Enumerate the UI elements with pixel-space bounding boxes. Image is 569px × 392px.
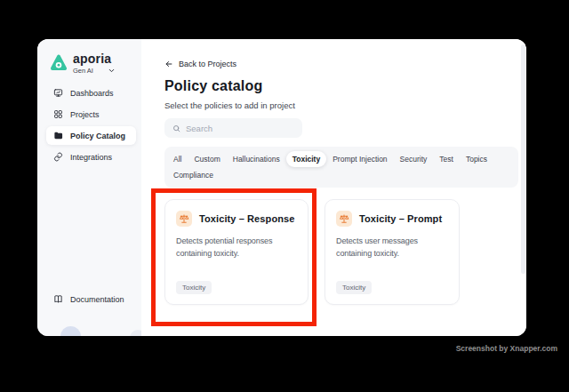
sidebar: aporia Gen AI Dashboards xyxy=(37,39,141,336)
page-title: Policy catalog xyxy=(164,78,262,94)
tab-test[interactable]: Test xyxy=(433,151,460,167)
search-icon xyxy=(172,124,180,132)
sidebar-item-label: Documentation xyxy=(70,295,124,304)
integrations-icon xyxy=(53,152,63,162)
sidebar-item-label: Policy Catalog xyxy=(70,132,125,140)
highlight-rectangle xyxy=(151,188,317,326)
sidebar-footer: Documentation xyxy=(37,290,141,311)
tab-custom[interactable]: Custom xyxy=(188,151,226,167)
tab-all[interactable]: All xyxy=(167,151,188,167)
sidebar-item-integrations[interactable]: Integrations xyxy=(46,148,136,166)
policy-catalog-icon xyxy=(53,131,63,140)
sidebar-nav: Dashboards Projects Policy Catalog xyxy=(37,84,141,169)
search-input[interactable] xyxy=(186,124,294,133)
workspace-label: Gen AI xyxy=(73,67,93,75)
sidebar-item-documentation[interactable]: Documentation xyxy=(46,290,136,308)
scrollbar[interactable] xyxy=(521,44,525,274)
sidebar-item-dashboards[interactable]: Dashboards xyxy=(46,84,136,102)
tab-compliance[interactable]: Compliance xyxy=(167,167,220,183)
tab-hallucinations[interactable]: Hallucinations xyxy=(227,151,286,167)
sidebar-item-label: Dashboards xyxy=(70,89,114,98)
card-tag: Toxicity xyxy=(336,281,372,294)
back-to-projects-link[interactable]: Back to Projects xyxy=(164,60,236,68)
documentation-icon xyxy=(53,294,63,304)
screenshot-canvas: aporia Gen AI Dashboards xyxy=(0,0,569,392)
tab-topics[interactable]: Topics xyxy=(460,151,493,167)
tab-prompt-injection[interactable]: Prompt Injection xyxy=(326,151,393,167)
dashboards-icon xyxy=(53,88,63,98)
projects-icon xyxy=(53,109,63,119)
sidebar-item-projects[interactable]: Projects xyxy=(46,105,136,124)
back-link-label: Back to Projects xyxy=(179,60,236,68)
sidebar-item-policy-catalog[interactable]: Policy Catalog xyxy=(46,126,136,145)
policy-card-toxicity-prompt[interactable]: Toxicity – Prompt Detects user messages … xyxy=(325,199,460,305)
card-title: Toxicity – Prompt xyxy=(359,213,442,224)
brand-text: aporia Gen AI xyxy=(73,52,116,75)
card-header: Toxicity – Prompt xyxy=(336,211,448,227)
sidebar-item-label: Projects xyxy=(70,110,100,119)
brand: aporia Gen AI xyxy=(51,52,116,75)
category-tabs: All Custom Hallucinations Toxicity Promp… xyxy=(164,147,518,188)
aporia-logo-icon xyxy=(51,54,67,72)
page-subtitle: Select the policies to add in project xyxy=(164,100,295,110)
arrow-left-icon xyxy=(164,60,173,68)
search-box[interactable] xyxy=(164,118,302,138)
brand-name: aporia xyxy=(73,52,116,65)
tab-security[interactable]: Security xyxy=(394,151,434,167)
user-avatar[interactable] xyxy=(60,326,81,336)
scales-icon xyxy=(336,211,352,227)
chevron-down-icon[interactable] xyxy=(108,67,116,75)
watermark-text: Screenshot by Xnapper.com xyxy=(456,344,557,353)
tab-row-1: All Custom Hallucinations Toxicity Promp… xyxy=(167,151,516,167)
tab-toxicity[interactable]: Toxicity xyxy=(286,151,327,167)
card-description: Detects user messages containing toxicit… xyxy=(336,236,448,260)
sidebar-item-label: Integrations xyxy=(70,153,112,162)
tab-row-2: Compliance xyxy=(167,167,516,183)
